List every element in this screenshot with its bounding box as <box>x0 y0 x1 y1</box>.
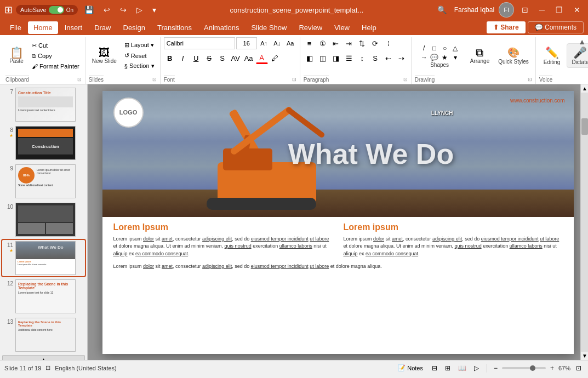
shape-callout[interactable]: 💬 <box>430 53 439 62</box>
clear-format-button[interactable]: Aa <box>284 37 296 49</box>
accessibility-icon[interactable]: ⊡ <box>45 364 50 371</box>
line-spacing-button[interactable]: ↕ <box>356 52 368 64</box>
font-expand-icon[interactable]: ⊡ <box>292 77 296 82</box>
normal-view-button[interactable]: ⊟ <box>430 363 439 373</box>
bullets-button[interactable]: ≡ <box>304 37 316 49</box>
shapes-button[interactable]: / □ ○ △ → 💬 ★ ▾ Shapes <box>415 42 465 70</box>
drawing-expand-icon[interactable]: ⊡ <box>528 77 532 82</box>
scroll-up-button[interactable]: ▲ <box>581 84 588 93</box>
customize-button[interactable]: ▾ <box>149 4 159 15</box>
restore-button[interactable]: ❐ <box>552 4 566 15</box>
menu-animations[interactable]: Animations <box>198 21 244 34</box>
menu-transitions[interactable]: Transitions <box>152 21 197 34</box>
shape-circle[interactable]: ○ <box>440 44 450 53</box>
scroll-track[interactable] <box>581 93 588 352</box>
menu-draw[interactable]: Draw <box>89 21 116 34</box>
slide-thumb-7[interactable]: 7 Construction Title Lorem ipsum text co… <box>2 87 85 123</box>
menu-view[interactable]: View <box>329 21 355 34</box>
rtl-button[interactable]: ⇠ <box>383 52 395 64</box>
paragraph-expand-icon[interactable]: ⊡ <box>403 77 408 82</box>
menu-slideshow[interactable]: Slide Show <box>246 21 292 34</box>
copy-button[interactable]: ⧉ Copy <box>30 51 82 61</box>
arrange-button[interactable]: ⧉ Arrange <box>467 45 493 66</box>
shadow-button[interactable]: S <box>216 52 229 64</box>
shape-line[interactable]: / <box>419 44 429 53</box>
align-left-button[interactable]: ◧ <box>304 52 316 64</box>
reading-view-button[interactable]: 📖 <box>456 363 469 373</box>
shape-triangle[interactable]: △ <box>450 44 460 53</box>
slides-expand-icon[interactable]: ⊡ <box>152 77 157 82</box>
new-slide-button[interactable]: 🖼 New Slide <box>89 45 120 66</box>
decrease-font-button[interactable]: A↓ <box>271 37 283 49</box>
menu-help[interactable]: Help <box>356 21 382 34</box>
zoom-slider[interactable] <box>502 367 546 369</box>
zoom-out-button[interactable]: − <box>493 363 499 373</box>
font-size-input[interactable] <box>236 37 257 49</box>
increase-font-button[interactable]: A↑ <box>258 37 270 49</box>
align-center-button[interactable]: ◫ <box>317 52 329 64</box>
share-button[interactable]: ⬆ Share <box>487 21 526 33</box>
paste-button[interactable]: 📋 Paste <box>5 45 27 66</box>
convert-smartart-button[interactable]: ⟳ <box>369 37 381 49</box>
notes-button[interactable]: 📝 Notes <box>395 363 426 373</box>
quick-styles-button[interactable]: 🎨 Quick Styles <box>495 44 532 67</box>
underline-button[interactable]: U <box>190 52 202 64</box>
format-painter-button[interactable]: 🖌 Format Painter <box>30 62 82 71</box>
menu-review[interactable]: Review <box>293 21 328 34</box>
save-button[interactable]: 💾 <box>81 4 97 15</box>
scroll-down-button[interactable]: ▼ <box>581 352 588 360</box>
columns-button[interactable]: ⁞ <box>383 37 395 49</box>
shape-rect[interactable]: □ <box>430 44 439 53</box>
menu-design[interactable]: Design <box>118 21 151 34</box>
editing-button[interactable]: ✏️ Editing <box>539 44 565 67</box>
bold-button[interactable]: B <box>164 52 176 64</box>
minimize-button[interactable]: ─ <box>536 4 548 15</box>
fit-to-window-button[interactable]: ⊡ <box>574 363 584 373</box>
slideshow-button[interactable]: ▷ <box>472 363 481 373</box>
italic-button[interactable]: I <box>177 52 189 64</box>
clipboard-expand-icon[interactable]: ⊡ <box>77 77 82 82</box>
reset-button[interactable]: ↺ Reset <box>122 51 157 60</box>
menu-file[interactable]: File <box>4 21 27 34</box>
menu-home[interactable]: Home <box>28 21 58 34</box>
ribbon-collapse-button[interactable]: ▲ <box>578 37 586 46</box>
highlight-button[interactable]: 🖊 <box>269 52 281 64</box>
slide-sorter-button[interactable]: ⊞ <box>443 363 453 373</box>
font-color-button[interactable]: A <box>256 52 268 64</box>
autosave-toggle[interactable] <box>49 6 64 14</box>
dictate-button[interactable]: 🎤 Dictate <box>567 43 588 68</box>
ribbon-display-button[interactable]: ⊡ <box>518 4 532 15</box>
decrease-indent-button[interactable]: ⇤ <box>330 37 342 49</box>
case-button[interactable]: Aa <box>243 52 255 64</box>
font-name-input[interactable] <box>164 37 235 49</box>
redo-button[interactable]: ↪ <box>117 4 130 15</box>
increase-indent-button[interactable]: ⇥ <box>343 37 355 49</box>
slide-canvas[interactable]: LOGO www.construction.com <box>102 91 574 354</box>
close-button[interactable]: ✕ <box>570 4 584 15</box>
text-direction-button[interactable]: ⇅ <box>356 37 368 49</box>
strikethrough-button[interactable]: S <box>203 52 215 64</box>
shape-more[interactable]: ▾ <box>450 53 460 62</box>
slide-thumb-10[interactable]: 10 <box>2 202 85 238</box>
comments-button[interactable]: 💬 Comments <box>528 21 584 33</box>
slide-panel-scroll-up[interactable]: ▲ <box>2 355 85 360</box>
search-button[interactable]: 🔍 <box>434 4 450 15</box>
zoom-in-button[interactable]: + <box>549 363 555 373</box>
present-button[interactable]: ▷ <box>133 4 146 15</box>
slide-thumb-12[interactable]: 12 Replacing the Scene in this Template … <box>2 278 85 314</box>
zoom-level[interactable]: 67% <box>558 365 570 371</box>
numbering-button[interactable]: ① <box>317 37 329 49</box>
slide-thumb-8[interactable]: 8 ★ Construction <box>2 125 85 161</box>
spacing-button[interactable]: AV <box>230 52 242 64</box>
shape-star[interactable]: ★ <box>440 53 450 62</box>
slide-thumb-9[interactable]: 9 89% Lorem ipsum dolor sit amet consect… <box>2 163 85 199</box>
slide-thumb-11[interactable]: 11 ★ Lorem Ipsum Lorem ipsum dolor sit a… <box>2 240 85 276</box>
slide-thumb-13[interactable]: 13 Replacing the Scene in this Template … <box>2 317 85 353</box>
undo-button[interactable]: ↩ <box>100 4 113 15</box>
align-right-button[interactable]: ◨ <box>330 52 342 64</box>
menu-insert[interactable]: Insert <box>59 21 88 34</box>
text-shadow-btn[interactable]: S <box>369 52 381 64</box>
section-button[interactable]: § Section ▾ <box>122 61 157 71</box>
cut-button[interactable]: ✂ Cut <box>30 41 82 50</box>
layout-button[interactable]: ⊞ Layout ▾ <box>122 41 157 50</box>
